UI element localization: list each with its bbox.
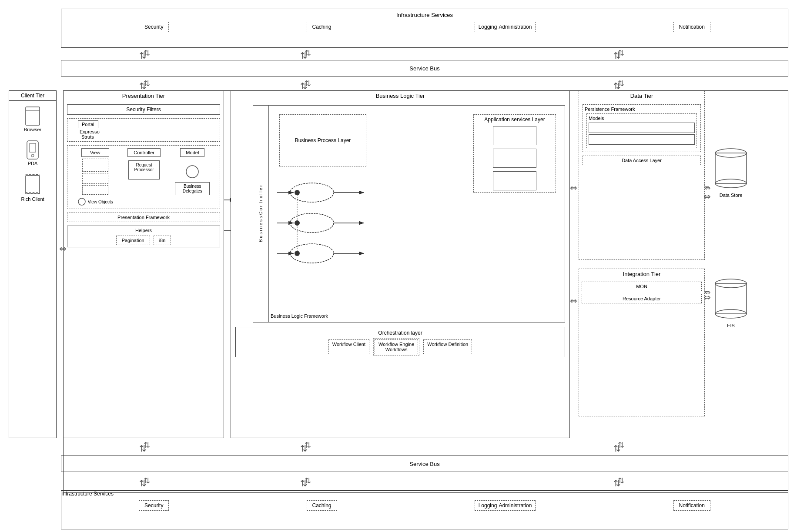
svg-point-16 bbox=[295, 220, 300, 226]
security-box-bottom: Security bbox=[139, 500, 169, 511]
top-arrow3: ⇅ bbox=[613, 50, 621, 61]
infra-bottom-title: Infrastructure Services bbox=[61, 491, 788, 497]
helpers-label: Helpers bbox=[69, 228, 218, 233]
bc-controller-label: B u s i n e s s C o n t r o l l e r bbox=[253, 106, 269, 322]
business-delegates-box: Business Delegates bbox=[175, 182, 210, 195]
caching-box-top: Caching bbox=[307, 22, 337, 32]
client-tier-title: Client Tier bbox=[9, 91, 56, 101]
browser-icon bbox=[25, 106, 40, 127]
top-arrow6: ⇅ bbox=[613, 81, 621, 91]
data-store-svg bbox=[713, 148, 748, 191]
data-access-layer: Data Access Layer bbox=[583, 156, 701, 165]
presentation-framework-box: Presentation Framework bbox=[67, 213, 220, 222]
client-pres-arrow: ⇔ bbox=[59, 243, 67, 254]
bot-arrow2: ⇅ bbox=[300, 443, 308, 454]
bc-controller-text: B u s i n e s s C o n t r o l l e r bbox=[258, 185, 263, 242]
svg-point-8 bbox=[186, 166, 198, 178]
model-icon bbox=[184, 164, 200, 180]
rich-client-icon bbox=[25, 174, 40, 196]
data-tier-title: Data Tier bbox=[579, 91, 704, 101]
svg-point-15 bbox=[295, 190, 300, 195]
bot-arrow4: ⇅ bbox=[139, 478, 147, 489]
browser-label: Browser bbox=[24, 127, 41, 132]
persistence-fw-label: Persistence Framework bbox=[585, 106, 699, 112]
admin-label-top: Administration bbox=[499, 24, 532, 30]
infra-bottom-boxes: Security Caching Logging Administration … bbox=[61, 500, 788, 511]
model-row1 bbox=[589, 123, 695, 133]
blf-label: Business Logic Framework bbox=[271, 313, 328, 319]
resource-adapter-box: Resource Adapter bbox=[582, 294, 702, 303]
workflow-client-box: Workflow Client bbox=[328, 339, 369, 354]
asl-box1 bbox=[493, 126, 536, 145]
svg-rect-6 bbox=[26, 176, 40, 194]
helpers-items: Pagination i8n bbox=[69, 236, 218, 245]
data-store-container: Data Store bbox=[713, 148, 748, 198]
workflow-engine-outer bbox=[373, 338, 419, 356]
view-inner1 bbox=[82, 159, 108, 172]
data-store-label: Data Store bbox=[713, 193, 748, 198]
presentation-tier-title: Presentation Tier bbox=[64, 91, 224, 101]
logging-admin-box-bottom: Logging Administration bbox=[475, 500, 536, 511]
client-tier: Client Tier Browser PDA bbox=[9, 90, 57, 438]
security-filters-box: Security Filters bbox=[67, 104, 220, 115]
bpl-label: Business Process Layer bbox=[295, 137, 351, 143]
integration-tier-title: Integration Tier bbox=[579, 269, 704, 279]
pda-icon bbox=[26, 140, 39, 161]
biz-int-arrow: ⇔ bbox=[570, 296, 577, 306]
svg-point-17 bbox=[295, 251, 300, 256]
biz-data-arrow: ⇔ bbox=[570, 183, 577, 193]
caching-box-bottom: Caching bbox=[307, 500, 337, 511]
portal-area: Portal Expresso Struts bbox=[67, 118, 220, 142]
top-arrow4: ⇅ bbox=[139, 81, 147, 91]
service-bus-top-label: Service Bus bbox=[409, 65, 439, 72]
process-flow-svg bbox=[277, 175, 373, 297]
business-logic-tier: Business Logic Tier B u s i n e s s C o … bbox=[231, 90, 570, 438]
bot-arrow1: ⇅ bbox=[139, 443, 147, 454]
data-tier: Data Tier Persistence Framework Models D… bbox=[579, 90, 705, 260]
bot-arrow6: ⇅ bbox=[613, 478, 621, 489]
security-filters-label: Security Filters bbox=[126, 106, 161, 113]
persistence-fw-box: Persistence Framework Models bbox=[583, 104, 701, 152]
model-box: Model bbox=[180, 148, 204, 157]
security-box-top: Security bbox=[139, 22, 169, 32]
diagram-container: Infrastructure Services Security Caching… bbox=[0, 0, 797, 532]
pda-label: PDA bbox=[28, 161, 38, 166]
service-bus-bottom-label: Service Bus bbox=[409, 461, 439, 467]
asl-box3 bbox=[493, 171, 536, 190]
app-services-layer: Application services Layer bbox=[473, 114, 556, 193]
logging-label-bottom: Logging bbox=[479, 502, 497, 509]
browser-device: Browser bbox=[24, 106, 41, 132]
svg-rect-4 bbox=[30, 143, 36, 152]
eis-svg bbox=[713, 278, 748, 322]
i8n-box: i8n bbox=[154, 236, 171, 245]
orchestration-title: Orchestration layer bbox=[238, 330, 562, 336]
process-circles bbox=[277, 175, 373, 298]
logging-admin-box-top: Logging Administration bbox=[475, 22, 536, 32]
client-devices: Browser PDA Rich Client bbox=[9, 101, 56, 207]
eis-label: EIS bbox=[713, 323, 748, 328]
expresso-label: Expresso bbox=[80, 129, 100, 134]
infra-top-title: Infrastructure Services bbox=[61, 9, 788, 18]
bot-arrow3: ⇅ bbox=[613, 443, 621, 454]
integration-tier: Integration Tier MON Resource Adapter bbox=[579, 269, 705, 416]
business-tier-title: Business Logic Tier bbox=[231, 91, 569, 101]
presentation-tier: Presentation Tier Security Filters Porta… bbox=[63, 90, 224, 438]
view-objects-row: View Objects bbox=[77, 197, 113, 206]
mon-box: MON bbox=[582, 282, 702, 291]
models-label: Models bbox=[589, 116, 695, 121]
business-logic-framework: B u s i n e s s C o n t r o l l e r Busi… bbox=[253, 105, 565, 323]
model-section: Model Business Delegates bbox=[175, 148, 210, 195]
logging-label-top: Logging bbox=[479, 24, 497, 30]
infra-services-bottom: Infrastructure Services Security Caching… bbox=[61, 490, 788, 529]
view-objects-icon bbox=[77, 197, 86, 206]
bot-arrow5: ⇅ bbox=[300, 478, 308, 489]
struts-label: Struts bbox=[81, 134, 94, 140]
svg-point-5 bbox=[31, 154, 34, 157]
helpers-box: Helpers Pagination i8n bbox=[67, 226, 220, 247]
workflow-definition-box: Workflow Definition bbox=[423, 339, 472, 354]
orchestration-layer: Orchestration layer Workflow Client Work… bbox=[235, 327, 565, 357]
notification-box-top: Notification bbox=[673, 22, 710, 32]
controller-section: Controller Request Processor bbox=[127, 148, 161, 180]
view-box: View bbox=[81, 148, 109, 157]
view-section: View View Objects bbox=[77, 148, 113, 206]
